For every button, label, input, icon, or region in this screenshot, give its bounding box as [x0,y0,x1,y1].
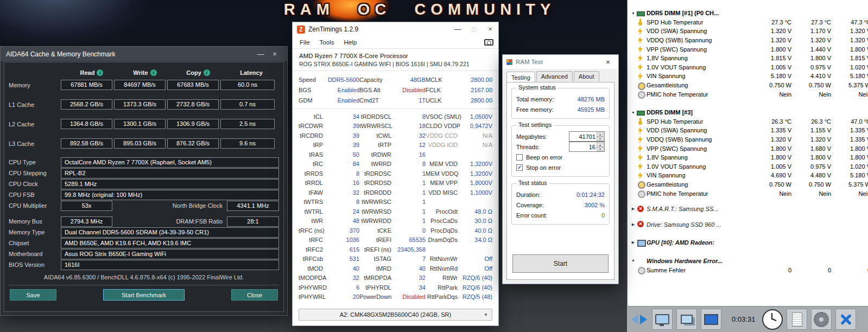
report-button[interactable] [787,309,807,330]
timing-value: Off [461,256,492,262]
checkbox[interactable] [516,154,523,161]
clock-icon[interactable] [762,309,783,330]
sensor-row[interactable]: Gesamtleistung0.750 W0.750 W5.375 W [630,81,868,90]
sensor-row[interactable]: VDDQ (SWB) Spannung1.320 V1.320 V1.335 V [630,135,868,144]
sensor-row[interactable]: ▼DDR5 DIMM [#3] [630,108,868,117]
sensor-row[interactable]: VDDQ (SWB) Spannung1.320 V1.320 V1.320 V [630,36,868,45]
sensor-row[interactable]: PMIC hohe TemperaturNeinNeinNein [630,189,868,198]
sensor-icon [637,73,644,80]
sensor-row[interactable]: PMIC hohe TemperaturNeinNeinNein [630,90,868,99]
start-benchmark-button[interactable]: Start Benchmark [103,289,185,301]
aida64-titlebar[interactable]: AIDA64 Cache & Memory Benchmark — × [1,47,287,61]
tab-advanced[interactable]: Advanced [536,71,573,81]
timing-value: 34 [327,113,359,120]
expand-collapse-icon[interactable]: ▼ [630,259,637,263]
tab-about[interactable]: About [574,71,599,81]
sensor-row[interactable] [630,198,868,205]
sensor-row[interactable]: ▶Drive: Samsung SSD 960 ... [630,220,868,229]
spin-down-icon[interactable]: ▼ [597,147,604,151]
forward-arrow-icon[interactable] [640,315,647,324]
expand-collapse-icon[interactable]: ▶ [630,207,637,211]
sensor-row[interactable]: VIN Spannung4.690 V4.480 V5.180 V [630,171,868,180]
timing-label: tRFC2 [299,246,327,253]
sensor-row[interactable]: ▶GPU [#0]: AMD Radeon: [630,238,868,247]
sensor-icon [637,55,644,62]
group-caption: Test settings [516,122,554,128]
info-icon[interactable]: i [97,69,103,76]
menu-file[interactable]: File [295,39,315,46]
settings-button[interactable] [811,309,832,330]
close-icon[interactable]: × [268,50,282,58]
sensor-row[interactable]: 1,8V Spannung1.815 V1.800 V1.815 V [630,54,868,63]
sensor-row[interactable]: VIN Spannung5.180 V4.410 V5.180 V [630,72,868,81]
exit-button[interactable] [835,309,856,330]
save-button[interactable]: Save [10,289,56,301]
checkbox-row[interactable]: Beep on error [516,152,605,162]
sensor-screen-button[interactable] [701,309,721,330]
system-status-group: System status Total memory:48276 MB Free… [511,88,610,119]
status-label: Error count: [516,212,547,219]
expand-collapse-icon[interactable]: ▼ [630,111,637,114]
close-icon[interactable]: × [601,58,614,66]
close-button[interactable]: Close [231,289,278,301]
ramtest-titlebar[interactable]: RAM Test × [503,55,618,69]
menu-tools[interactable]: Tools [315,39,339,46]
sensor-row[interactable]: VDD (SWA) Spannung1.335 V1.155 V1.335 V [630,126,868,135]
timing-label: tMRDPDA [359,274,395,281]
back-arrow-icon[interactable] [631,315,638,324]
start-button[interactable]: Start [512,254,609,273]
sensor-row[interactable]: VPP (SWC) Spannung1.800 V1.680 V1.800 V [630,144,868,153]
threads-input[interactable]: 16▲▼ [569,142,605,152]
sensor-row[interactable]: Gesamtleistung0.750 W0.750 W5.375 W [630,180,868,189]
sensor-row[interactable]: ▼DDR5 DIMM [#1] (P0 CH... [630,9,868,18]
minimize-icon[interactable]: — [449,25,466,33]
timing-value: 32 [395,274,426,281]
sensor-row[interactable]: 1.0V VOUT Spannung1.005 V0.975 V1.020 V [630,63,868,72]
sensor-row[interactable] [630,247,868,257]
tab-testing[interactable]: Testing [506,72,535,82]
timing-label: tRFC (ns) [299,227,327,234]
sensor-icon [637,172,644,179]
dimm-selector[interactable]: A2: CMK48GX5M2B5600C40 (24GB, SR) ▼ [299,309,492,321]
timing-value: 39 [327,132,359,139]
zentimings-titlebar[interactable]: Z ZenTimings 1.2.9 — □ × [293,22,498,36]
sensor-row[interactable] [630,229,868,238]
minimize-icon[interactable]: — [254,50,268,58]
menu-help[interactable]: Help [339,39,362,46]
megabytes-input[interactable]: 41701▲▼ [569,131,605,142]
board-bios-info: ROG STRIX B650E-I GAMING WIFI | BIOS 161… [299,61,492,67]
spinner[interactable]: ▲▼ [597,143,604,151]
sensor-row[interactable]: ▼Windows Hardware Error... [630,257,868,266]
sensor-row[interactable]: SPD Hub Temperatur27.3 °C27.3 °C47.3 °C [630,18,868,27]
dual-display-button[interactable] [676,309,697,330]
expand-collapse-icon[interactable]: ▶ [630,222,637,227]
timing-value: 7 [395,256,426,262]
spin-down-icon[interactable]: ▼ [597,137,604,141]
info-value-2: 4341.1 MHz [227,201,279,211]
spin-up-icon[interactable]: ▲ [597,143,604,147]
sensor-row[interactable]: SPD Hub Temperatur26.3 °C26.3 °C47.0 °C [630,117,868,126]
sensor-row[interactable] [630,213,868,220]
sensor-row[interactable]: Summe Fehler000 [630,265,868,274]
sensor-row[interactable]: VPP (SWC) Spannung1.800 V1.440 V1.800 V [630,44,868,54]
sensor-row[interactable] [630,99,868,108]
checkbox[interactable]: ✓ [516,164,523,171]
spinner[interactable]: ▲▼ [597,132,604,141]
info-label: BIOS Version [9,261,61,268]
maximize-icon[interactable]: □ [466,25,482,33]
sensor-row[interactable]: VDD (SWA) Spannung1.320 V1.170 V1.320 V [630,27,868,36]
expand-collapse-icon[interactable]: ▼ [630,11,637,15]
sensor-row[interactable]: ▶S.M.A.R.T.: Samsung SS... [630,205,868,214]
info-icon[interactable]: i [150,69,157,76]
checkbox-row[interactable]: ✓Stop on error [516,162,605,173]
info-icon[interactable]: i [204,69,210,76]
sensor-row[interactable]: 1,8V Spannung1.800 V1.800 V1.800 V [630,153,868,162]
latency-column-header: Latency [225,69,278,76]
sensor-row[interactable]: 1.0V VOUT Spannung1.005 V0.975 V1.020 V [630,162,868,171]
computer-button[interactable] [652,309,673,330]
close-icon[interactable]: × [482,25,498,33]
sensor-icon [637,163,644,170]
screenshot-icon[interactable] [484,39,493,46]
spin-up-icon[interactable]: ▲ [597,132,604,137]
expand-collapse-icon[interactable]: ▶ [630,240,637,245]
